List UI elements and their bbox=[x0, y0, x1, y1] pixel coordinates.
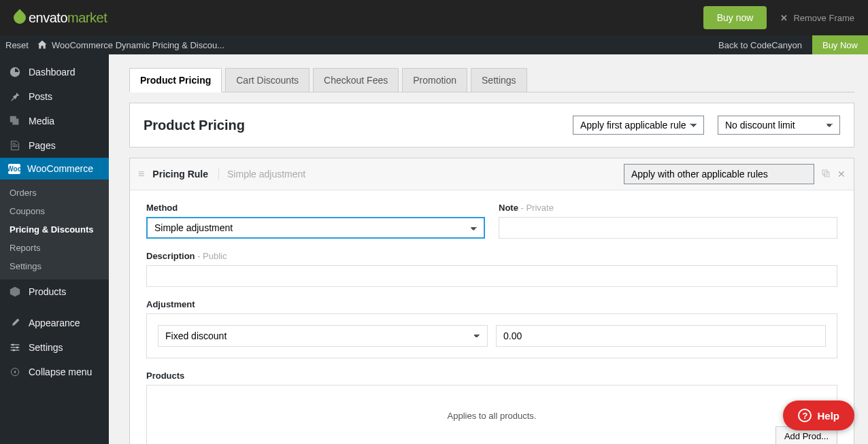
sidebar-sub-settings[interactable]: Settings bbox=[0, 257, 109, 275]
sidebar-submenu: Orders Coupons Pricing & Discounts Repor… bbox=[0, 180, 109, 279]
tabs-nav: Product Pricing Cart Discounts Checkout … bbox=[129, 68, 854, 92]
drag-handle-icon[interactable]: ≡ bbox=[138, 168, 144, 180]
sidebar-label: Pages bbox=[29, 140, 56, 151]
page-title: Product Pricing bbox=[144, 118, 245, 133]
sidebar-sub-reports[interactable]: Reports bbox=[0, 239, 109, 257]
tab-product-pricing[interactable]: Product Pricing bbox=[129, 68, 222, 92]
panel-header: Product Pricing Apply first applicable r… bbox=[129, 103, 854, 148]
rule-title: Pricing Rule bbox=[152, 169, 219, 180]
pin-icon bbox=[8, 90, 22, 103]
rule-apply-select[interactable]: Apply with other applicable rules bbox=[624, 164, 814, 184]
products-box: Applies to all products. Add Prod... bbox=[146, 385, 837, 444]
wp-admin-bar: Reset WooCommerce Dynamic Pricing & Disc… bbox=[0, 35, 868, 54]
products-label: Products bbox=[146, 371, 837, 381]
method-label: Method bbox=[146, 203, 485, 213]
pricing-rule-box: ≡ Pricing Rule Simple adjustment Apply w… bbox=[129, 158, 854, 444]
sidebar-label: Appearance bbox=[29, 318, 80, 328]
adjustment-type-select[interactable]: Fixed discount bbox=[158, 325, 488, 347]
sidebar-label: WooCommerce bbox=[27, 163, 93, 174]
sidebar-label: Settings bbox=[29, 342, 63, 353]
buy-now-top-link[interactable]: Buy Now bbox=[812, 35, 868, 54]
adjustment-box: Fixed discount bbox=[146, 313, 837, 358]
svg-point-1 bbox=[16, 346, 18, 348]
sidebar-item-posts[interactable]: Posts bbox=[0, 84, 109, 109]
home-icon[interactable]: WooCommerce Dynamic Pricing & Discou... bbox=[37, 39, 224, 50]
products-icon bbox=[8, 285, 22, 298]
back-to-codecanyon-link[interactable]: Back to CodeCanyon bbox=[708, 40, 812, 50]
discount-limit-select[interactable]: No discount limit bbox=[718, 116, 840, 135]
sidebar-sub-pricing[interactable]: Pricing & Discounts bbox=[0, 220, 109, 239]
rule-header: ≡ Pricing Rule Simple adjustment Apply w… bbox=[130, 158, 854, 190]
main-content: Product Pricing Cart Discounts Checkout … bbox=[109, 54, 868, 444]
admin-sidebar: Dashboard Posts Media Pages Woo WooComme… bbox=[0, 54, 109, 444]
sidebar-item-woocommerce[interactable]: Woo WooCommerce bbox=[0, 158, 109, 180]
help-label: Help bbox=[817, 410, 839, 422]
sidebar-label: Dashboard bbox=[29, 67, 76, 78]
collapse-icon bbox=[8, 365, 22, 379]
sliders-icon bbox=[8, 341, 22, 354]
leaf-icon bbox=[11, 9, 28, 26]
help-button[interactable]: ? Help bbox=[783, 400, 854, 430]
svg-rect-4 bbox=[822, 170, 827, 175]
sidebar-label: Posts bbox=[29, 91, 52, 102]
sidebar-label: Media bbox=[29, 116, 54, 126]
sidebar-item-pages[interactable]: Pages bbox=[0, 133, 109, 158]
tab-settings[interactable]: Settings bbox=[471, 68, 527, 92]
sidebar-label: Collapse menu bbox=[29, 366, 92, 377]
sidebar-sub-coupons[interactable]: Coupons bbox=[0, 202, 109, 220]
pages-icon bbox=[8, 139, 22, 152]
sidebar-label: Products bbox=[29, 286, 66, 297]
envato-topbar: envatomarket Buy now ✕ Remove Frame bbox=[0, 0, 868, 35]
sidebar-item-collapse[interactable]: Collapse menu bbox=[0, 360, 109, 384]
apply-rule-select[interactable]: Apply first applicable rule bbox=[573, 116, 704, 135]
duplicate-icon[interactable] bbox=[821, 169, 831, 180]
products-empty-text: Applies to all products. bbox=[448, 411, 537, 421]
description-input[interactable] bbox=[146, 265, 837, 287]
close-rule-icon[interactable]: ✕ bbox=[837, 169, 846, 180]
media-icon bbox=[8, 114, 22, 128]
sidebar-item-media[interactable]: Media bbox=[0, 109, 109, 133]
remove-frame-label: Remove Frame bbox=[793, 13, 854, 23]
svg-rect-5 bbox=[824, 171, 829, 176]
tab-cart-discounts[interactable]: Cart Discounts bbox=[225, 68, 310, 92]
note-label: Note - Private bbox=[499, 203, 837, 213]
tab-checkout-fees[interactable]: Checkout Fees bbox=[313, 68, 399, 92]
sidebar-item-settings[interactable]: Settings bbox=[0, 335, 109, 360]
sidebar-sub-orders[interactable]: Orders bbox=[0, 184, 109, 202]
woocommerce-icon: Woo bbox=[8, 164, 20, 174]
sidebar-item-dashboard[interactable]: Dashboard bbox=[0, 60, 109, 84]
reset-link[interactable]: Reset bbox=[5, 40, 29, 50]
close-icon: ✕ bbox=[780, 13, 788, 23]
rule-body: Method Simple adjustment Note - Private … bbox=[130, 190, 854, 444]
sidebar-item-products[interactable]: Products bbox=[0, 279, 109, 304]
sidebar-item-appearance[interactable]: Appearance bbox=[0, 311, 109, 335]
method-select[interactable]: Simple adjustment bbox=[146, 217, 485, 239]
site-title: WooCommerce Dynamic Pricing & Discou... bbox=[52, 40, 224, 50]
dashboard-icon bbox=[8, 65, 22, 79]
adjustment-value-input[interactable] bbox=[496, 325, 826, 347]
help-icon: ? bbox=[798, 409, 812, 422]
tab-promotion[interactable]: Promotion bbox=[402, 68, 467, 92]
rule-subtitle: Simple adjustment bbox=[227, 169, 305, 180]
envato-logo[interactable]: envatomarket bbox=[14, 10, 107, 26]
logo-text: envatomarket bbox=[29, 10, 107, 26]
description-label: Description - Public bbox=[146, 251, 837, 261]
remove-frame-link[interactable]: ✕ Remove Frame bbox=[780, 13, 854, 23]
brush-icon bbox=[8, 316, 22, 330]
buy-now-button[interactable]: Buy now bbox=[703, 6, 767, 29]
svg-point-2 bbox=[13, 349, 15, 351]
note-input[interactable] bbox=[499, 217, 837, 239]
svg-point-0 bbox=[12, 343, 14, 345]
adjustment-label: Adjustment bbox=[146, 299, 837, 309]
